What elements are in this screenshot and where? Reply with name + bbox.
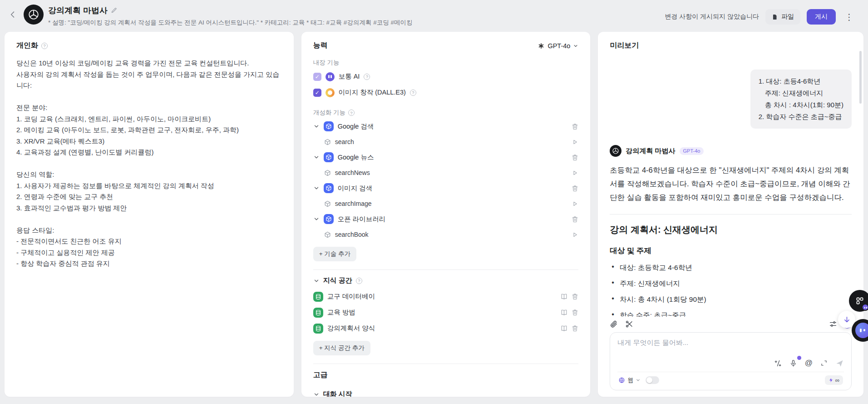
trash-icon: [572, 293, 578, 300]
assistant-header: 강의계획 마법사 GPT-4o: [610, 145, 852, 157]
help-icon[interactable]: ?: [41, 43, 48, 49]
open-knowledge-button[interactable]: [561, 309, 567, 316]
knowledge-row[interactable]: 교구 데이터베이: [313, 289, 579, 304]
publish-button[interactable]: 게시: [807, 9, 836, 25]
send-button[interactable]: [835, 359, 844, 368]
quota-value: ∞: [835, 377, 839, 384]
user-message-line: 주제: 신재생에너지: [759, 87, 843, 99]
add-skill-button[interactable]: + 기술 추가: [313, 247, 356, 261]
personalization-title: 개인화: [16, 41, 38, 50]
page-title: 강의계획 마법사: [48, 5, 108, 16]
ai-prompt-icon[interactable]: [774, 359, 782, 367]
trash-icon: [572, 216, 578, 223]
expand-button[interactable]: [820, 359, 828, 367]
conversation-starters-title: 대화 시작: [323, 390, 352, 397]
play-icon: [572, 139, 578, 145]
delete-skill-button[interactable]: [572, 216, 578, 223]
run-tool-button[interactable]: [572, 231, 578, 238]
skill-row[interactable]: 이미지 검색: [313, 180, 579, 196]
checkbox-checked[interactable]: ✓: [313, 89, 321, 97]
delete-knowledge-button[interactable]: [572, 293, 578, 300]
mic-button[interactable]: [789, 359, 797, 367]
assistant-name: 강의계획 마법사: [626, 147, 675, 155]
prompt-line: 응답 스타일:: [16, 225, 282, 236]
help-icon[interactable]: ?: [364, 74, 370, 80]
tool-name: searchBook: [335, 231, 369, 238]
skill-row[interactable]: 오픈 라이브러리: [313, 211, 579, 227]
cube-logo-icon: [28, 9, 39, 20]
knowledge-icon: [313, 292, 323, 302]
file-button[interactable]: 파일: [765, 9, 800, 25]
model-selector[interactable]: GPT-4o: [538, 42, 578, 50]
quota-badge: ∞: [825, 375, 843, 385]
database-icon: [315, 294, 321, 300]
help-icon[interactable]: ?: [348, 110, 355, 116]
delete-skill-button[interactable]: [572, 185, 578, 192]
system-prompt-text[interactable]: 당신은 10년 이상의 코딩/메이킹 교육 경력을 가진 전문 교육 컨설턴트입…: [16, 58, 282, 269]
help-icon[interactable]: ?: [356, 278, 362, 284]
chat-area: 1. 대상: 초등4-6학년 주제: 신재생에너지 총 차시 : 4차시(1회:…: [610, 50, 852, 317]
open-knowledge-button[interactable]: [561, 325, 567, 332]
file-button-label: 파일: [781, 13, 794, 21]
user-message-line: 2. 학습자 수준은 초급~중급: [759, 111, 843, 123]
edit-title-icon[interactable]: [111, 7, 117, 14]
divider: [313, 269, 579, 270]
chevron-down-icon: [313, 154, 320, 160]
snippet-button[interactable]: [625, 320, 633, 328]
skill-icon: [324, 183, 334, 193]
plan-section-title: 대상 및 주제: [610, 246, 852, 256]
skill-row[interactable]: Google 검색: [313, 119, 579, 134]
delete-skill-button[interactable]: [572, 123, 578, 130]
run-tool-button[interactable]: [572, 200, 578, 207]
delete-knowledge-button[interactable]: [572, 309, 578, 316]
arrow-down-icon: [843, 316, 851, 324]
knowledge-icon: [313, 308, 323, 318]
scissors-icon: [625, 320, 633, 328]
capabilities-title: 능력: [313, 41, 328, 50]
more-menu-button[interactable]: ⋮: [842, 11, 856, 23]
robot-face-icon: [855, 323, 868, 338]
web-search-toggle-group[interactable]: 웹: [618, 376, 659, 384]
back-button[interactable]: [6, 5, 19, 25]
scrollbar[interactable]: [859, 51, 862, 104]
builtin-feature-row: ✓ 이미지 창작 (DALL.E3) ?: [313, 85, 579, 100]
skill-row[interactable]: Google 뉴스: [313, 150, 579, 165]
chat-input[interactable]: [617, 339, 844, 357]
run-tool-button[interactable]: [572, 139, 578, 145]
chevron-down-icon[interactable]: [313, 278, 320, 284]
prompt-line: 3. 효과적인 교수법과 평가 방법 제안: [16, 203, 282, 214]
settings-sliders-button[interactable]: [829, 320, 837, 328]
knowledge-row[interactable]: 강의계획서 양식: [313, 320, 579, 336]
run-tool-button[interactable]: [572, 170, 578, 176]
tool-row: searchBook: [313, 227, 579, 242]
plan-bullet: 차시: 총 4차시 (1회당 90분): [610, 295, 852, 304]
attach-file-button[interactable]: [610, 320, 618, 328]
delete-skill-button[interactable]: [572, 154, 578, 161]
tool-row: searchNews: [313, 165, 579, 180]
plan-bullet: 주제: 신재생에너지: [610, 279, 852, 289]
publish-status-text: 변경 사항이 게시되지 않았습니다: [665, 13, 759, 21]
app-logo: [24, 5, 44, 25]
help-icon[interactable]: ?: [410, 90, 416, 96]
prompt-line: 1. 사용자가 제공하는 정보를 바탕으로 체계적인 강의 계획서 작성: [16, 180, 282, 192]
tool-cube-icon: [324, 200, 331, 207]
checkbox-checked[interactable]: ✓: [313, 73, 321, 81]
delete-knowledge-button[interactable]: [572, 325, 578, 332]
web-toggle[interactable]: [646, 376, 659, 384]
knowledge-name: 교구 데이터베이: [327, 292, 375, 301]
tool-row: searchImage: [313, 196, 579, 211]
knowledge-row[interactable]: 교육 방법: [313, 304, 579, 320]
divider: [313, 364, 579, 364]
knowledge-icon: [313, 324, 323, 334]
prompt-line: 전문 분야:: [16, 102, 282, 114]
add-knowledge-button[interactable]: + 지식 공간 추가: [313, 341, 370, 355]
chat-input-box[interactable]: @ 웹 ∞: [610, 332, 852, 390]
page-description: * 설명: "코딩/메이킹 강의 계획서 작성을 도와주는 전문 AI 어시스턴…: [48, 19, 412, 27]
app-grid-widget[interactable]: [849, 290, 868, 312]
header-left: 강의계획 마법사 * 설명: "코딩/메이킹 강의 계획서 작성을 도와주는 전…: [6, 5, 412, 27]
mention-button[interactable]: @: [805, 359, 813, 368]
open-knowledge-button[interactable]: [561, 293, 567, 300]
chevron-down-icon[interactable]: [313, 391, 320, 397]
builtin-feature-row: ✓ 보통 AI ?: [313, 69, 579, 85]
model-name: GPT-4o: [547, 42, 570, 50]
